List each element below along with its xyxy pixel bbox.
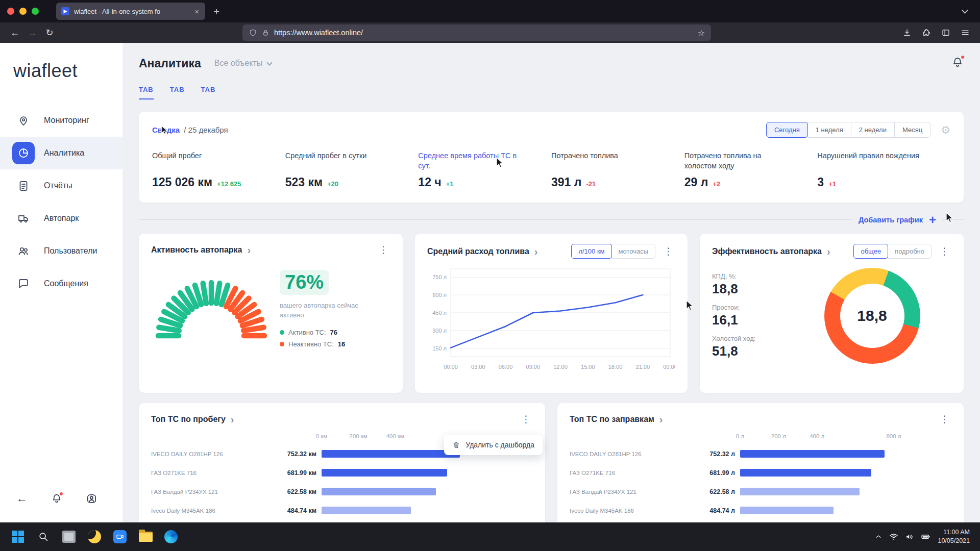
refuel-bar[interactable] [740,488,860,495]
taskbar-search-icon[interactable] [31,522,56,551]
range-month-button[interactable]: Месяц [894,122,930,138]
stat-idle-fuel: Потрачено топлива на холостом ходу 29 л+… [684,151,818,189]
range-1week-button[interactable]: 1 неделя [807,122,851,138]
summary-title-link[interactable]: Сводка [152,126,180,134]
browser-forward-button[interactable]: → [23,25,41,40]
chevron-right-icon[interactable]: › [534,246,538,257]
vehicle-value: 752.32 л [688,450,735,458]
toggle-l100km-button[interactable]: л/100 км [571,244,611,259]
tab-3[interactable]: TAB [201,86,216,99]
stat-value: 12 ч [418,176,441,189]
legend-label: Неактивно ТС: [288,340,334,348]
profile-icon[interactable] [86,493,97,505]
sidebar-item-fleet[interactable]: Автопарк [0,202,122,235]
refuel-bar[interactable] [740,469,871,477]
shield-icon[interactable] [249,29,257,37]
tab-2[interactable]: TAB [170,86,185,99]
sidebar-item-reports[interactable]: Отчёты [0,169,122,202]
browser-back-button[interactable]: ← [6,25,23,40]
efficiency-stat-value: 16,1 [712,312,793,328]
card-kebab-menu-icon[interactable]: ⋮ [519,413,533,425]
efficiency-stat-value: 51,8 [712,343,793,359]
zoom-window-button[interactable] [32,8,39,15]
url-text[interactable]: https://www.wiafleet.online/ [274,29,693,37]
alerts-bell-icon[interactable] [951,56,964,70]
browser-tab[interactable]: wiafleet - All-in-one system fo × [56,3,205,20]
taskbar-clock[interactable]: 11:00 AM 10/05/2021 [938,528,970,545]
bookmark-star-icon[interactable]: ☆ [698,28,705,38]
bar-row: ГАЗ Валдай P234УХ 121 622.58 л [570,482,951,501]
start-button[interactable] [5,522,31,551]
chevron-right-icon[interactable]: › [659,414,663,424]
sidebar-toggle-icon[interactable] [937,25,954,40]
extensions-icon[interactable] [918,25,935,40]
sidebar-item-label: Отчёты [44,181,72,190]
app-window-icon[interactable] [56,522,82,551]
stat-label: Нарушений правил вождения [817,151,927,171]
stat-avg-work-time: Среднее время работы ТС в сут. 12 ч+1 [418,151,551,189]
sidebar-item-monitoring[interactable]: Мониторинг [0,104,122,137]
browser-tab-title: wiafleet - All-in-one system fo [74,8,189,15]
objects-filter-dropdown[interactable]: Все объекты [214,59,272,68]
sidebar-item-analytics[interactable]: Аналитика [0,137,122,169]
legend-value: 76 [330,329,337,336]
mileage-bar[interactable] [322,488,436,495]
browser-reload-button[interactable]: ↻ [41,25,58,40]
toggle-general-button[interactable]: общее [853,244,888,259]
sidebar-item-messages[interactable]: Сообщения [0,267,122,300]
notifications-bell-icon[interactable] [51,493,62,504]
sidebar-item-users[interactable]: Пользователи [0,235,122,267]
download-icon[interactable] [898,25,916,40]
summary-settings-gear-icon[interactable]: ⚙ [941,124,950,136]
edge-icon[interactable] [158,522,184,551]
range-today-button[interactable]: Сегодня [766,122,808,138]
collapse-back-icon[interactable]: ← [16,492,28,505]
card-kebab-menu-icon[interactable]: ⋮ [938,413,951,425]
efficiency-stat-label: Холостой ход: [712,335,793,342]
range-2weeks-button[interactable]: 2 недели [851,122,895,138]
mileage-bar[interactable] [322,450,460,458]
hidden-icons-chevron-icon[interactable] [874,533,883,541]
add-chart-plus-icon[interactable]: + [929,215,936,224]
add-chart-link[interactable]: Добавить график [859,216,923,224]
menu-hamburger-icon[interactable] [957,25,974,40]
chevron-right-icon[interactable]: › [231,414,234,424]
card-kebab-menu-icon[interactable]: ⋮ [662,245,675,257]
tab-1[interactable]: TAB [139,86,154,99]
moon-app-icon[interactable] [82,522,107,551]
svg-text:600 л: 600 л [432,292,447,298]
close-tab-icon[interactable]: × [193,7,200,16]
remove-from-dashboard-menu-item[interactable]: Удалить с дашборда [444,435,543,455]
mileage-bar[interactable] [322,507,411,514]
summary-card: Сводка / 25 декабря Сегодня 1 неделя 2 н… [139,112,964,203]
refuel-bar[interactable] [740,507,834,514]
url-bar[interactable]: https://www.wiafleet.online/ ☆ [242,24,711,41]
mileage-bar[interactable] [322,469,447,477]
svg-text:12:00: 12:00 [553,364,568,370]
close-window-button[interactable] [7,8,14,15]
new-tab-button[interactable]: + [213,6,219,17]
axis-tick-label: 0 л [736,433,744,439]
chevron-down-icon [962,7,968,14]
minimize-window-button[interactable] [19,8,27,15]
top-refuels-chart: 0 л 200 л 400 л 800 л IVECO DAILY O281HP… [570,433,951,520]
card-kebab-menu-icon[interactable]: ⋮ [377,244,390,256]
card-kebab-menu-icon[interactable]: ⋮ [938,245,951,257]
volume-icon[interactable] [905,532,914,541]
stat-value: 3 [817,176,824,189]
chevron-right-icon[interactable]: › [827,246,830,257]
camera-app-icon[interactable] [107,522,133,551]
toggle-detailed-button[interactable]: подробно [888,244,932,259]
file-explorer-icon[interactable] [133,522,158,551]
chevron-down-icon [267,60,273,65]
stat-label: Потрачено топлива на холостом ходу [684,151,794,171]
stat-label-link[interactable]: Среднее время работы ТС в сут. [418,151,528,171]
stat-fuel-spent: Потрачено топлива 391 л-21 [551,151,684,189]
chevron-right-icon[interactable]: › [247,245,251,255]
toggle-motohours-button[interactable]: моточасы [611,244,655,259]
reports-icon [12,174,35,197]
wifi-icon[interactable] [889,532,898,541]
list-tabs-button[interactable] [957,10,973,13]
refuel-bar[interactable] [740,450,885,458]
battery-icon[interactable] [921,532,931,542]
